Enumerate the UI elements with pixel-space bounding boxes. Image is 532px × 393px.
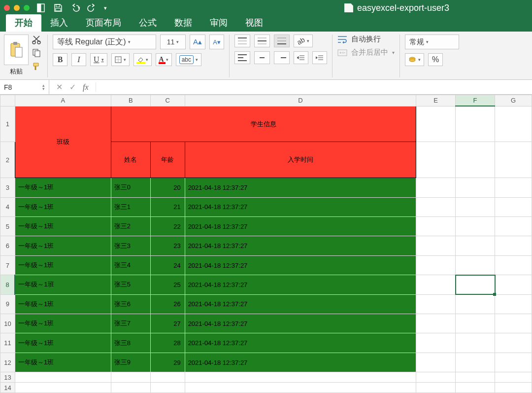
tab-formulas[interactable]: 公式	[130, 14, 166, 32]
cell-E4[interactable]	[416, 197, 456, 216]
copy-icon[interactable]	[32, 48, 42, 59]
cell-F3[interactable]	[456, 178, 495, 197]
row-header-13[interactable]: 13	[0, 372, 15, 383]
cell-G8[interactable]	[495, 275, 532, 294]
cell-A13[interactable]	[15, 372, 111, 383]
tab-data[interactable]: 数据	[166, 14, 201, 32]
cell-E8[interactable]	[416, 275, 456, 294]
row-header-1[interactable]: 1	[0, 106, 15, 142]
name-box[interactable]: F8 ▴▾	[0, 80, 49, 94]
italic-button[interactable]: I	[71, 53, 86, 66]
percent-button[interactable]: %	[428, 53, 443, 66]
cell-C8[interactable]: 25	[150, 275, 185, 294]
undo-button[interactable]: ▾	[70, 3, 80, 13]
fill-color-button[interactable]	[133, 53, 152, 66]
cell-G6[interactable]	[495, 236, 532, 255]
cell-A3[interactable]: 一年级～1班	[15, 178, 111, 197]
cell-E1[interactable]	[416, 106, 456, 142]
paste-button[interactable]	[4, 35, 29, 65]
merge-center-button[interactable]: 合并后居中 ▾	[337, 48, 395, 57]
increase-font-button[interactable]: A▴	[190, 35, 205, 49]
row-header-10[interactable]: 10	[0, 314, 15, 333]
align-left-button[interactable]	[234, 51, 250, 64]
cell-D9[interactable]: 2021-04-18 12:37:27	[185, 294, 416, 314]
row-header-12[interactable]: 12	[0, 353, 15, 372]
cell-E10[interactable]	[416, 314, 456, 333]
tab-home[interactable]: 开始	[6, 14, 41, 32]
cell-D12[interactable]: 2021-04-18 12:37:27	[185, 353, 416, 372]
cell-D5[interactable]: 2021-04-18 12:37:27	[185, 216, 416, 236]
font-name-select[interactable]: 等线 Regular (正文)	[53, 35, 156, 49]
increase-indent-button[interactable]	[312, 51, 327, 64]
cell-C10[interactable]: 27	[150, 314, 185, 333]
row-header-7[interactable]: 7	[0, 255, 15, 275]
cell-D7[interactable]: 2021-04-18 12:37:27	[185, 255, 416, 275]
cell-G11[interactable]	[495, 333, 532, 353]
cell-A14[interactable]	[15, 383, 111, 393]
cell-B12[interactable]: 张三9	[111, 353, 150, 372]
cell-G4[interactable]	[495, 197, 532, 216]
cell-G9[interactable]	[495, 294, 532, 314]
cell-G2[interactable]	[495, 142, 532, 178]
tab-insert[interactable]: 插入	[41, 14, 77, 32]
save-icon[interactable]	[53, 3, 63, 13]
cut-icon[interactable]	[32, 35, 42, 46]
col-header-C[interactable]: C	[150, 95, 185, 107]
cell-B6[interactable]: 张三3	[111, 236, 150, 255]
row-header-8[interactable]: 8	[0, 275, 15, 294]
cell-C4[interactable]: 21	[150, 197, 185, 216]
row-header-5[interactable]: 5	[0, 216, 15, 236]
cell-D10[interactable]: 2021-04-18 12:37:27	[185, 314, 416, 333]
wrap-text-button[interactable]: 自动换行	[337, 35, 395, 44]
cell-C11[interactable]: 28	[150, 333, 185, 353]
cell-F7[interactable]	[456, 255, 495, 275]
font-color-button[interactable]: A	[156, 53, 172, 66]
align-bottom-button[interactable]	[274, 35, 290, 47]
cell-E2[interactable]	[416, 142, 456, 178]
currency-button[interactable]	[405, 53, 424, 66]
cell-E12[interactable]	[416, 353, 456, 372]
cell-B1[interactable]: 学生信息	[111, 106, 416, 142]
cell-F6[interactable]	[456, 236, 495, 255]
format-painter-icon[interactable]	[32, 61, 42, 72]
cell-E11[interactable]	[416, 333, 456, 353]
col-header-D[interactable]: D	[185, 95, 416, 107]
cell-A4[interactable]: 一年级～1班	[15, 197, 111, 216]
align-top-button[interactable]	[234, 35, 250, 47]
cell-B2[interactable]: 姓名	[111, 142, 150, 178]
cell-A11[interactable]: 一年级～1班	[15, 333, 111, 353]
cell-F4[interactable]	[456, 197, 495, 216]
cell-A8[interactable]: 一年级～1班	[15, 275, 111, 294]
cell-B11[interactable]: 张三8	[111, 333, 150, 353]
cancel-formula-icon[interactable]: ✕	[56, 82, 63, 92]
cell-C2[interactable]: 年龄	[150, 142, 185, 178]
cell-G5[interactable]	[495, 216, 532, 236]
name-box-stepper-icon[interactable]: ▴▾	[42, 84, 45, 91]
decrease-indent-button[interactable]	[294, 51, 308, 64]
cell-E3[interactable]	[416, 178, 456, 197]
align-middle-button[interactable]	[254, 35, 270, 47]
cell-F8[interactable]	[456, 275, 495, 294]
fx-label[interactable]: fx	[83, 83, 89, 92]
maximize-window-button[interactable]	[24, 5, 30, 11]
row-header-9[interactable]: 9	[0, 294, 15, 314]
cell-C7[interactable]: 24	[150, 255, 185, 275]
cell-G10[interactable]	[495, 314, 532, 333]
cell-B8[interactable]: 张三5	[111, 275, 150, 294]
cell-B9[interactable]: 张三6	[111, 294, 150, 314]
cell-F1[interactable]	[456, 106, 495, 142]
accept-formula-icon[interactable]: ✓	[69, 82, 76, 92]
cell-F12[interactable]	[456, 353, 495, 372]
cell-B5[interactable]: 张三2	[111, 216, 150, 236]
decrease-font-button[interactable]: A▾	[209, 35, 224, 49]
col-header-B[interactable]: B	[111, 95, 150, 107]
cell-A5[interactable]: 一年级～1班	[15, 216, 111, 236]
row-header-2[interactable]: 2	[0, 142, 15, 178]
close-window-button[interactable]	[4, 5, 10, 11]
formula-input[interactable]	[96, 80, 532, 94]
row-header-6[interactable]: 6	[0, 236, 15, 255]
col-header-G[interactable]: G	[495, 95, 532, 107]
number-format-select[interactable]: 常规	[405, 35, 459, 49]
cell-B10[interactable]: 张三7	[111, 314, 150, 333]
cell-D2[interactable]: 入学时间	[185, 142, 416, 178]
